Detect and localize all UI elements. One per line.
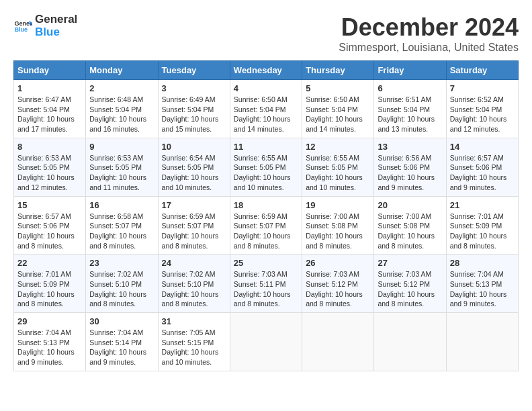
- day-number: 30: [89, 316, 154, 326]
- day-info: Sunrise: 7:04 AM Sunset: 5:13 PM Dayligh…: [450, 269, 515, 309]
- calendar-cell: 21Sunrise: 7:01 AM Sunset: 5:09 PM Dayli…: [446, 196, 518, 255]
- day-number: 10: [162, 142, 226, 152]
- calendar-header-row: Sunday Monday Tuesday Wednesday Thursday…: [14, 61, 519, 80]
- day-number: 18: [234, 200, 298, 210]
- calendar-cell: 28Sunrise: 7:04 AM Sunset: 5:13 PM Dayli…: [446, 255, 518, 313]
- day-info: Sunrise: 6:56 AM Sunset: 5:06 PM Dayligh…: [378, 153, 442, 193]
- calendar-cell: 9Sunrise: 6:53 AM Sunset: 5:05 PM Daylig…: [86, 138, 158, 196]
- calendar-cell: 17Sunrise: 6:59 AM Sunset: 5:07 PM Dayli…: [158, 196, 230, 255]
- header-tuesday: Tuesday: [158, 61, 230, 80]
- calendar-cell: 18Sunrise: 6:59 AM Sunset: 5:07 PM Dayli…: [230, 196, 302, 255]
- calendar-cell: 14Sunrise: 6:57 AM Sunset: 5:06 PM Dayli…: [446, 138, 518, 196]
- day-info: Sunrise: 7:04 AM Sunset: 5:13 PM Dayligh…: [17, 328, 82, 367]
- calendar-cell: 15Sunrise: 6:57 AM Sunset: 5:06 PM Dayli…: [14, 196, 86, 255]
- day-info: Sunrise: 7:01 AM Sunset: 5:09 PM Dayligh…: [17, 269, 82, 309]
- location-title: Simmesport, Louisiana, United States: [339, 42, 519, 54]
- day-info: Sunrise: 7:03 AM Sunset: 5:12 PM Dayligh…: [378, 269, 442, 309]
- day-info: Sunrise: 6:58 AM Sunset: 5:07 PM Dayligh…: [89, 212, 154, 251]
- calendar-cell: 22Sunrise: 7:01 AM Sunset: 5:09 PM Dayli…: [14, 255, 86, 313]
- day-info: Sunrise: 6:53 AM Sunset: 5:05 PM Dayligh…: [89, 153, 154, 193]
- header-wednesday: Wednesday: [230, 61, 302, 80]
- day-info: Sunrise: 7:05 AM Sunset: 5:15 PM Dayligh…: [162, 328, 226, 367]
- calendar-cell: 30Sunrise: 7:04 AM Sunset: 5:14 PM Dayli…: [86, 313, 158, 371]
- day-number: 1: [17, 83, 82, 93]
- day-number: 20: [378, 200, 442, 210]
- day-info: Sunrise: 7:03 AM Sunset: 5:12 PM Dayligh…: [306, 269, 370, 309]
- day-info: Sunrise: 6:55 AM Sunset: 5:05 PM Dayligh…: [306, 153, 370, 193]
- calendar-cell: [446, 313, 518, 371]
- day-number: 19: [306, 200, 370, 210]
- day-number: 29: [17, 316, 82, 326]
- calendar-cell: 4Sunrise: 6:50 AM Sunset: 5:04 PM Daylig…: [230, 80, 302, 138]
- calendar-cell: 8Sunrise: 6:53 AM Sunset: 5:05 PM Daylig…: [14, 138, 86, 196]
- day-info: Sunrise: 7:01 AM Sunset: 5:09 PM Dayligh…: [450, 212, 515, 251]
- day-number: 6: [378, 83, 442, 93]
- page-header: General Blue General Blue December 2024 …: [13, 13, 519, 54]
- day-info: Sunrise: 6:55 AM Sunset: 5:05 PM Dayligh…: [234, 153, 298, 193]
- calendar-cell: 13Sunrise: 6:56 AM Sunset: 5:06 PM Dayli…: [374, 138, 446, 196]
- day-number: 15: [17, 200, 82, 210]
- day-number: 13: [378, 142, 442, 152]
- calendar-cell: 16Sunrise: 6:58 AM Sunset: 5:07 PM Dayli…: [86, 196, 158, 255]
- day-number: 27: [378, 258, 442, 268]
- week-row-2: 8Sunrise: 6:53 AM Sunset: 5:05 PM Daylig…: [14, 138, 519, 196]
- day-number: 24: [162, 258, 226, 268]
- week-row-1: 1Sunrise: 6:47 AM Sunset: 5:04 PM Daylig…: [14, 80, 519, 138]
- header-saturday: Saturday: [446, 61, 518, 80]
- calendar-cell: 19Sunrise: 7:00 AM Sunset: 5:08 PM Dayli…: [302, 196, 374, 255]
- week-row-5: 29Sunrise: 7:04 AM Sunset: 5:13 PM Dayli…: [14, 313, 519, 371]
- day-info: Sunrise: 6:57 AM Sunset: 5:06 PM Dayligh…: [450, 153, 515, 193]
- calendar-table: Sunday Monday Tuesday Wednesday Thursday…: [13, 60, 519, 371]
- calendar-cell: 20Sunrise: 7:00 AM Sunset: 5:08 PM Dayli…: [374, 196, 446, 255]
- calendar-cell: 25Sunrise: 7:03 AM Sunset: 5:11 PM Dayli…: [230, 255, 302, 313]
- day-info: Sunrise: 7:00 AM Sunset: 5:08 PM Dayligh…: [378, 212, 442, 251]
- logo-blue-text: Blue: [35, 26, 77, 39]
- header-sunday: Sunday: [14, 61, 86, 80]
- day-number: 28: [450, 258, 515, 268]
- calendar-cell: 1Sunrise: 6:47 AM Sunset: 5:04 PM Daylig…: [14, 80, 86, 138]
- week-row-4: 22Sunrise: 7:01 AM Sunset: 5:09 PM Dayli…: [14, 255, 519, 313]
- day-info: Sunrise: 6:52 AM Sunset: 5:04 PM Dayligh…: [450, 95, 515, 134]
- calendar-cell: 23Sunrise: 7:02 AM Sunset: 5:10 PM Dayli…: [86, 255, 158, 313]
- day-number: 3: [162, 83, 226, 93]
- logo-general-text: General: [35, 13, 77, 26]
- day-number: 7: [450, 83, 515, 93]
- day-number: 8: [17, 142, 82, 152]
- day-info: Sunrise: 7:04 AM Sunset: 5:14 PM Dayligh…: [89, 328, 154, 367]
- day-number: 25: [234, 258, 298, 268]
- calendar-cell: [230, 313, 302, 371]
- calendar-cell: 2Sunrise: 6:48 AM Sunset: 5:04 PM Daylig…: [86, 80, 158, 138]
- day-number: 12: [306, 142, 370, 152]
- day-info: Sunrise: 7:03 AM Sunset: 5:11 PM Dayligh…: [234, 269, 298, 309]
- day-info: Sunrise: 6:57 AM Sunset: 5:06 PM Dayligh…: [17, 212, 82, 251]
- header-monday: Monday: [86, 61, 158, 80]
- header-friday: Friday: [374, 61, 446, 80]
- day-number: 5: [306, 83, 370, 93]
- month-title: December 2024: [339, 13, 519, 42]
- day-number: 14: [450, 142, 515, 152]
- day-info: Sunrise: 7:02 AM Sunset: 5:10 PM Dayligh…: [89, 269, 154, 309]
- day-number: 16: [89, 200, 154, 210]
- day-info: Sunrise: 6:47 AM Sunset: 5:04 PM Dayligh…: [17, 95, 82, 134]
- calendar-cell: 26Sunrise: 7:03 AM Sunset: 5:12 PM Dayli…: [302, 255, 374, 313]
- calendar-cell: 12Sunrise: 6:55 AM Sunset: 5:05 PM Dayli…: [302, 138, 374, 196]
- day-info: Sunrise: 7:00 AM Sunset: 5:08 PM Dayligh…: [306, 212, 370, 251]
- week-row-3: 15Sunrise: 6:57 AM Sunset: 5:06 PM Dayli…: [14, 196, 519, 255]
- day-info: Sunrise: 6:48 AM Sunset: 5:04 PM Dayligh…: [89, 95, 154, 134]
- logo-icon: General Blue: [13, 17, 32, 36]
- day-number: 4: [234, 83, 298, 93]
- day-info: Sunrise: 6:59 AM Sunset: 5:07 PM Dayligh…: [234, 212, 298, 251]
- calendar-cell: 29Sunrise: 7:04 AM Sunset: 5:13 PM Dayli…: [14, 313, 86, 371]
- day-info: Sunrise: 6:50 AM Sunset: 5:04 PM Dayligh…: [306, 95, 370, 134]
- calendar-cell: 31Sunrise: 7:05 AM Sunset: 5:15 PM Dayli…: [158, 313, 230, 371]
- day-info: Sunrise: 6:59 AM Sunset: 5:07 PM Dayligh…: [162, 212, 226, 251]
- logo: General Blue General Blue: [13, 13, 77, 38]
- calendar-cell: 11Sunrise: 6:55 AM Sunset: 5:05 PM Dayli…: [230, 138, 302, 196]
- day-info: Sunrise: 6:51 AM Sunset: 5:04 PM Dayligh…: [378, 95, 442, 134]
- day-number: 21: [450, 200, 515, 210]
- day-number: 11: [234, 142, 298, 152]
- day-info: Sunrise: 6:50 AM Sunset: 5:04 PM Dayligh…: [234, 95, 298, 134]
- calendar-cell: 10Sunrise: 6:54 AM Sunset: 5:05 PM Dayli…: [158, 138, 230, 196]
- title-area: December 2024 Simmesport, Louisiana, Uni…: [339, 13, 519, 54]
- day-info: Sunrise: 6:54 AM Sunset: 5:05 PM Dayligh…: [162, 153, 226, 193]
